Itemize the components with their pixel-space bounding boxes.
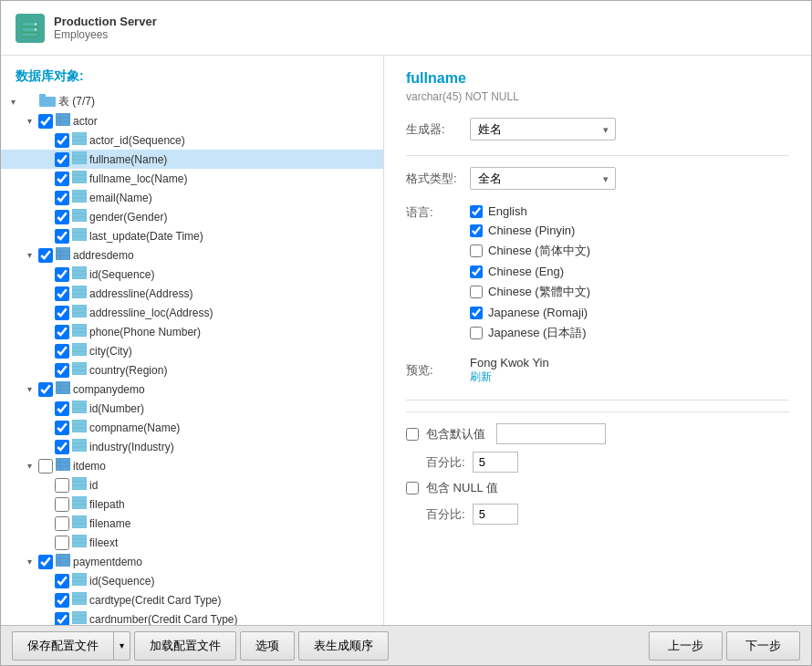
tree-item-companydemo[interactable]: ▾companydemo	[1, 380, 383, 399]
checkbox-addr_id[interactable]	[55, 267, 69, 282]
tree-item-cardtype[interactable]: cardtype(Credit Card Type)	[1, 590, 383, 609]
tree-item-industry[interactable]: industry(Industry)	[1, 437, 383, 456]
checkbox-comp_id[interactable]	[55, 401, 69, 416]
table-order-button[interactable]: 表生成顺序	[298, 631, 389, 661]
lang-checkbox-lang_chinese_eng[interactable]	[470, 265, 483, 278]
tree-item-comp_id[interactable]: id(Number)	[1, 399, 383, 418]
checkbox-email[interactable]	[55, 191, 69, 205]
checkbox-addresdemo[interactable]	[38, 248, 53, 263]
tree-item-cardnumber[interactable]: cardnumber(Credit Card Type)	[1, 609, 383, 625]
svg-rect-77	[72, 535, 87, 547]
tree-item-actor[interactable]: ▾actor	[1, 111, 383, 130]
tree-item-addr_id[interactable]: id(Sequence)	[1, 265, 383, 284]
svg-rect-61	[72, 439, 87, 452]
checkbox-paymentdemo[interactable]	[38, 555, 53, 569]
checkbox-filepath[interactable]	[55, 497, 69, 512]
checkbox-fullname[interactable]	[55, 152, 69, 167]
checkbox-companydemo[interactable]	[38, 382, 53, 397]
load-config-button[interactable]: 加载配置文件	[134, 631, 236, 661]
checkbox-last_update[interactable]	[55, 229, 69, 244]
tree-label-cardnumber: cardnumber(Credit Card Type)	[89, 613, 238, 626]
save-config-arrow-button[interactable]: ▾	[113, 631, 130, 661]
tree-item-country[interactable]: country(Region)	[1, 360, 383, 380]
tree-label-cardtype: cardtype(Credit Card Type)	[89, 594, 222, 607]
checkbox-itdemo[interactable]	[38, 459, 53, 473]
options-button[interactable]: 选项	[240, 631, 295, 661]
tree-arrow-addresdemo[interactable]: ▾	[23, 250, 36, 260]
checkbox-actor_id[interactable]	[55, 133, 69, 148]
tree-arrow-tables-root[interactable]: ▾	[6, 97, 19, 107]
checkbox-gender[interactable]	[55, 210, 69, 224]
tree-arrow-companydemo[interactable]: ▾	[23, 384, 36, 394]
svg-rect-84	[72, 573, 87, 586]
checkbox-cardnumber[interactable]	[55, 612, 69, 626]
tree-item-paymentdemo[interactable]: ▾paymentdemo	[1, 552, 383, 571]
checkbox-compname[interactable]	[55, 421, 69, 435]
tree-item-phone[interactable]: phone(Phone Number)	[1, 322, 383, 341]
tree-arrow-paymentdemo[interactable]: ▾	[23, 557, 36, 567]
checkbox-addressline[interactable]	[55, 286, 69, 301]
lang-checkbox-lang_chinese_simplified[interactable]	[470, 245, 483, 257]
tree-item-it_id[interactable]: id	[1, 475, 383, 494]
tree-item-filename[interactable]: filename	[1, 514, 383, 533]
checkbox-city[interactable]	[55, 344, 69, 359]
checkbox-it_id[interactable]	[55, 478, 69, 493]
checkbox-cardtype[interactable]	[55, 593, 69, 608]
checkbox-fileext[interactable]	[55, 536, 69, 550]
preview-refresh-link[interactable]: 刷新	[470, 370, 492, 383]
tree-item-tables-root[interactable]: ▾表 (7/7)	[1, 92, 383, 111]
lang-row-lang_japanese: Japanese (日本語)	[470, 325, 590, 341]
lang-checkbox-lang_japanese[interactable]	[470, 327, 483, 339]
tree-item-addressline_loc[interactable]: addressline_loc(Address)	[1, 303, 383, 322]
tree-item-compname[interactable]: compname(Name)	[1, 418, 383, 437]
checkbox-actor[interactable]	[38, 114, 53, 129]
svg-rect-80	[56, 554, 70, 567]
main-window: Production Server Employees 数据库对象: ▾表 (7…	[0, 0, 812, 666]
next-button[interactable]: 下一步	[726, 631, 800, 661]
checkbox-pay_id[interactable]	[55, 574, 69, 588]
prev-button[interactable]: 上一步	[649, 631, 723, 661]
include-null-label: 包含 NULL 值	[426, 480, 498, 496]
lang-checkbox-lang_chinese_traditional[interactable]	[470, 286, 483, 298]
tree-arrow-actor[interactable]: ▾	[23, 116, 36, 126]
tree-item-fullname_loc[interactable]: fullname_loc(Name)	[1, 169, 383, 188]
lang-checkbox-lang_chinese_pinyin[interactable]	[470, 224, 483, 237]
include-null-checkbox[interactable]	[406, 482, 419, 494]
percent-input-2[interactable]	[473, 504, 518, 525]
tree-item-city[interactable]: city(City)	[1, 341, 383, 360]
tree-item-pay_id[interactable]: id(Sequence)	[1, 571, 383, 590]
tree-item-email[interactable]: email(Name)	[1, 188, 383, 207]
tree-item-actor_id[interactable]: actor_id(Sequence)	[1, 130, 383, 150]
table-icon-companydemo	[56, 381, 70, 397]
tree-arrow-itdemo[interactable]: ▾	[23, 461, 36, 471]
tree-item-fileext[interactable]: fileext	[1, 533, 383, 552]
tree-item-gender[interactable]: gender(Gender)	[1, 207, 383, 226]
svg-rect-90	[72, 611, 87, 624]
tree-item-addresdemo[interactable]: ▾addresdemo	[1, 245, 383, 265]
generator-select[interactable]: 姓名	[470, 118, 616, 140]
tree-item-fullname[interactable]: fullname(Name)	[1, 150, 383, 169]
checkbox-industry[interactable]	[55, 440, 69, 454]
field-icon-cardtype	[72, 592, 87, 608]
checkbox-fullname_loc[interactable]	[55, 172, 69, 186]
tree-item-filepath[interactable]: filepath	[1, 494, 383, 514]
tree-item-addressline[interactable]: addressline(Address)	[1, 284, 383, 303]
tree-item-itdemo[interactable]: ▾itdemo	[1, 456, 383, 475]
lang-checkbox-lang_english[interactable]	[470, 205, 483, 218]
lang-row-lang_japanese_romaji: Japanese (Romaji)	[470, 306, 590, 319]
checkbox-filename[interactable]	[55, 516, 69, 531]
svg-rect-2	[22, 33, 38, 36]
tree-item-last_update[interactable]: last_update(Date Time)	[1, 226, 383, 245]
svg-point-4	[35, 28, 36, 30]
lang-label-lang_chinese_pinyin: Chinese (Pinyin)	[488, 224, 575, 237]
save-config-button[interactable]: 保存配置文件	[12, 631, 113, 661]
checkbox-phone[interactable]	[55, 325, 69, 339]
checkbox-country[interactable]	[55, 363, 69, 378]
checkbox-addressline_loc[interactable]	[55, 306, 69, 320]
include-default-checkbox[interactable]	[406, 428, 419, 441]
lang-checkbox-lang_japanese_romaji[interactable]	[470, 307, 483, 319]
include-default-input[interactable]	[496, 423, 606, 444]
format-type-select[interactable]: 全名	[470, 167, 616, 190]
percent-input-1[interactable]	[473, 452, 518, 473]
tree-label-gender: gender(Gender)	[89, 211, 167, 224]
